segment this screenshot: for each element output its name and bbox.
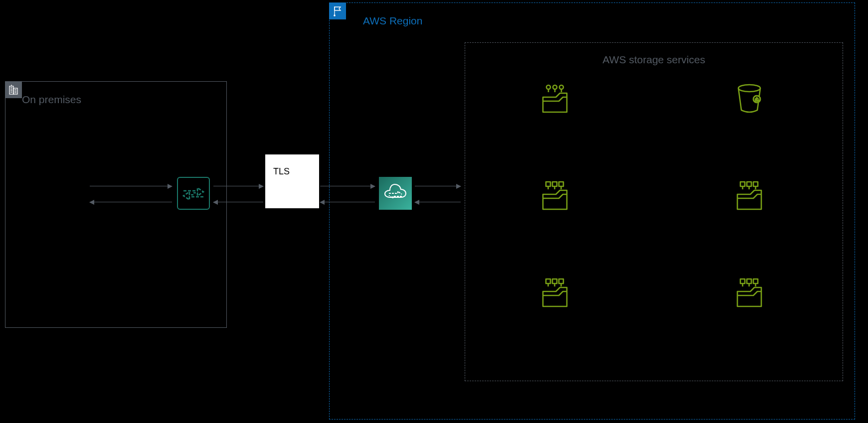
svg-rect-24 bbox=[552, 182, 557, 186]
svg-rect-29 bbox=[740, 182, 745, 186]
datasync-service-icon bbox=[379, 177, 412, 210]
fsx-icon bbox=[538, 277, 571, 310]
arrow-service-to-tls bbox=[320, 202, 375, 202]
storage-service-fsx-openzfs bbox=[699, 277, 799, 310]
tls-encryption-box: TLS bbox=[265, 154, 319, 208]
svg-rect-35 bbox=[546, 279, 550, 283]
datasync-agent-icon bbox=[177, 177, 210, 210]
arrow-tls-to-service bbox=[320, 186, 375, 186]
svg-rect-37 bbox=[559, 279, 563, 283]
storage-services-container: AWS storage services bbox=[465, 42, 843, 381]
svg-point-13 bbox=[553, 85, 557, 89]
storage-service-fsx-lustre bbox=[699, 180, 799, 213]
svg-point-14 bbox=[559, 85, 563, 89]
tls-label: TLS bbox=[273, 166, 290, 177]
svg-point-12 bbox=[546, 85, 550, 89]
storage-service-efs bbox=[505, 83, 605, 116]
fsx-icon bbox=[538, 180, 571, 213]
fsx-icon bbox=[733, 277, 766, 310]
s3-bucket-icon bbox=[733, 83, 766, 116]
svg-rect-36 bbox=[552, 279, 557, 283]
arrow-onprem-to-agent bbox=[90, 186, 172, 186]
svg-rect-30 bbox=[747, 182, 751, 186]
svg-rect-41 bbox=[740, 279, 745, 283]
storage-services-grid bbox=[465, 83, 843, 372]
storage-service-s3 bbox=[699, 83, 799, 116]
svg-rect-23 bbox=[546, 182, 550, 186]
on-premises-label: On premises bbox=[22, 94, 81, 106]
svg-rect-43 bbox=[753, 279, 758, 283]
arrow-service-to-storage bbox=[415, 186, 461, 186]
svg-rect-31 bbox=[753, 182, 758, 186]
arrow-agent-to-tls bbox=[213, 186, 263, 186]
flag-icon bbox=[329, 2, 346, 19]
svg-rect-42 bbox=[747, 279, 751, 283]
arrow-agent-to-onprem bbox=[90, 202, 172, 202]
svg-point-11 bbox=[334, 15, 335, 16]
storage-services-label: AWS storage services bbox=[465, 54, 843, 66]
svg-rect-25 bbox=[559, 182, 563, 186]
arrow-storage-to-service bbox=[415, 202, 461, 202]
storage-service-fsx-ontap bbox=[505, 277, 605, 310]
architecture-diagram: On premises AWS Region AWS storage servi… bbox=[0, 0, 868, 423]
storage-service-fsx-windows bbox=[505, 180, 605, 213]
efs-icon bbox=[538, 83, 571, 116]
aws-region-label: AWS Region bbox=[363, 15, 422, 27]
svg-point-18 bbox=[738, 85, 760, 92]
building-icon bbox=[5, 81, 22, 98]
fsx-icon bbox=[733, 180, 766, 213]
arrow-tls-to-agent bbox=[213, 202, 263, 202]
